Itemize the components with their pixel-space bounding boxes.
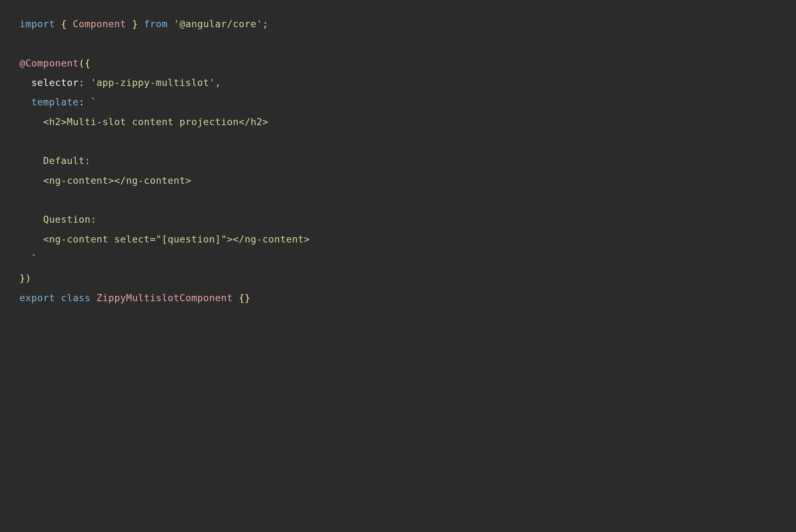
code-line-15: export class ZippyMultislotComponent {} [19,292,251,303]
code-line-8: Default: [19,155,91,166]
code-line-12: <ng-content select="[question]"></ng-con… [19,234,310,245]
template-ng-content-default: <ng-content></ng-content> [43,175,191,186]
paren-brace-open: ({ [79,58,91,69]
template-indent [19,234,43,245]
colon: : [79,77,91,88]
space [233,292,239,303]
identifier-component: Component [73,18,126,29]
brace-open: { [55,18,73,29]
space [91,292,97,303]
indent [19,77,31,88]
backtick-open: ` [91,97,97,107]
empty-braces: {} [239,292,251,303]
code-line-5: template: ` [19,97,97,107]
keyword-import: import [19,18,55,29]
comma: , [215,77,221,88]
keyword-class: class [61,292,91,303]
string-selector-value: 'app-zippy-multislot' [91,77,215,88]
keyword-from: from [144,18,168,29]
code-line-6: <h2>Multi-slot content projection</h2> [19,116,268,127]
template-indent [19,214,43,225]
backtick-close: ` [31,253,37,264]
code-block: import { Component } from '@angular/core… [19,14,777,308]
decorator: @Component [19,58,79,69]
keyword-export: export [19,292,55,303]
colon: : [79,97,91,107]
code-line-9: <ng-content></ng-content> [19,175,191,186]
brace-close: } [126,18,144,29]
code-line-14: }) [19,273,31,283]
property-template: template [31,97,79,107]
template-indent [19,175,43,186]
space [168,18,174,29]
paren-brace-close: }) [19,273,31,283]
class-name: ZippyMultislotComponent [97,292,233,303]
code-line-13: ` [19,253,37,264]
template-question-label: Question: [43,214,97,225]
template-default-label: Default: [43,155,91,166]
code-line-4: selector: 'app-zippy-multislot', [19,77,221,88]
code-line-1: import { Component } from '@angular/core… [19,18,268,29]
template-indent [19,155,43,166]
template-ng-content-question: <ng-content select="[question]"></ng-con… [43,234,310,245]
string-module: '@angular/core' [174,18,262,29]
code-line-3: @Component({ [19,58,91,69]
indent [19,97,31,107]
property-selector: selector [31,77,79,88]
template-h2: <h2>Multi-slot content projection</h2> [43,116,268,127]
template-indent [19,253,31,264]
code-line-11: Question: [19,214,97,225]
space [55,292,61,303]
semicolon: ; [262,18,268,29]
template-indent [19,116,43,127]
